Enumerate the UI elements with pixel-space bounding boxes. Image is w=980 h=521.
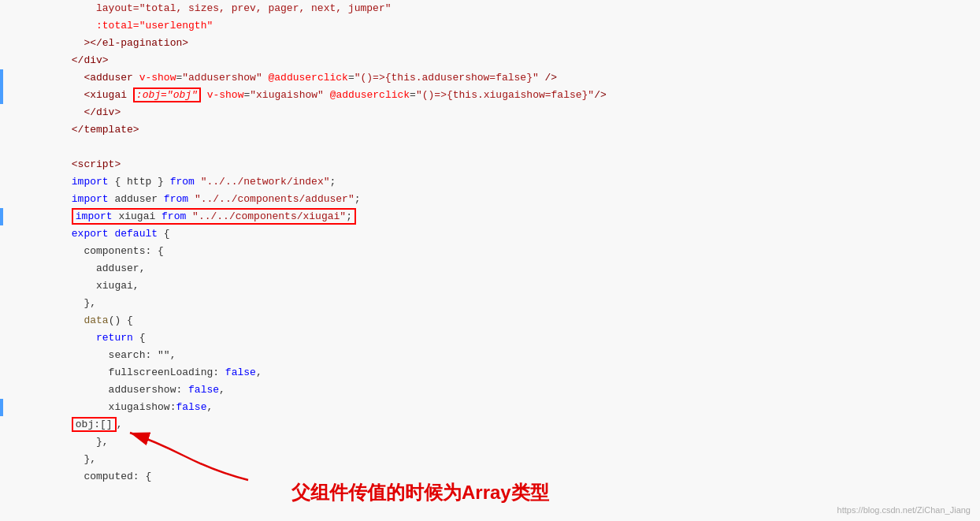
line-bar-23: [0, 381, 3, 399]
line-bar-22: [0, 364, 3, 381]
annotation-label: 父组件传值的时候为Array类型: [291, 480, 549, 505]
line-bar-27: [0, 451, 3, 468]
line-bar-18: [0, 295, 3, 312]
line-bar-25: [0, 416, 3, 434]
line-bar-24: [0, 399, 3, 416]
line-bar-11: [0, 173, 3, 191]
line-bar-26: [0, 434, 3, 451]
line-bar-2: [0, 17, 3, 35]
line-bar-17: [0, 277, 3, 295]
line-bar-15: [0, 243, 3, 260]
code-editor: layout="total, sizes, prev, pager, next,…: [0, 0, 980, 521]
line-bar-3: [0, 35, 3, 52]
watermark-url: https://blog.csdn.net/ZiChan_Jiang: [837, 505, 971, 515]
line-bar-28: [0, 468, 3, 486]
line-bar-7: [0, 104, 3, 121]
line-bar-19: [0, 312, 3, 329]
line-bar-1: [0, 0, 3, 17]
code-text: </template>: [72, 124, 139, 136]
line-bar-5: [0, 69, 3, 87]
line-bar-12: [0, 191, 3, 208]
line-bar-8: [0, 121, 3, 139]
line-bar-14: [0, 225, 3, 243]
line-bar-4: [0, 52, 3, 69]
line-bar-6: [0, 87, 3, 104]
line-bar-16: [0, 260, 3, 277]
line-bar-21: [0, 347, 3, 364]
line-bar-13: [0, 208, 3, 225]
line-bar-10: [0, 156, 3, 173]
code-text: computed: {: [72, 471, 151, 482]
code-line-8: </template>: [0, 121, 980, 139]
line-bar-20: [0, 329, 3, 347]
line-bar-9: [0, 139, 3, 156]
